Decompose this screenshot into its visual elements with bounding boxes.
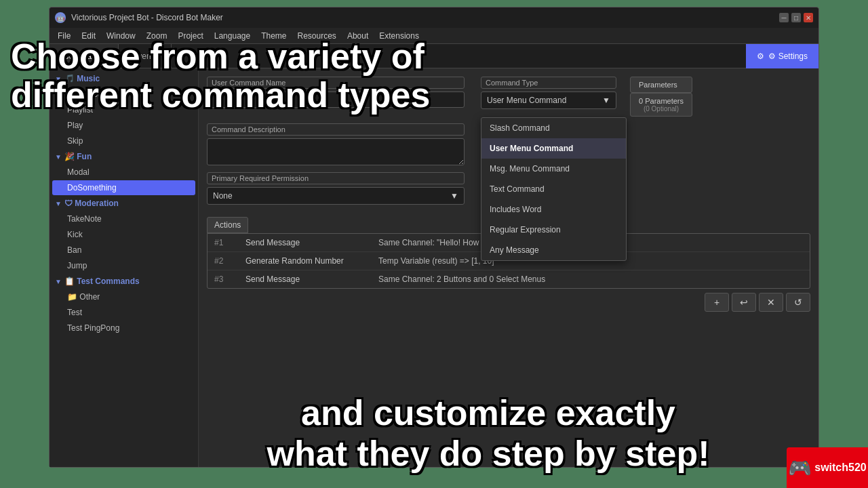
action-buttons: + ↩ ✕ ↺ [207,293,810,312]
action-type-2: Generate Random Number [245,256,368,266]
action-num-1: #1 [214,238,235,247]
action-type-1: Send Message [245,238,368,247]
main-content: Commands Events ⚙ ⚙ Settings ▼ 🎵 Music J… [50,44,818,467]
sidebar-item-test[interactable]: Test [52,305,195,320]
sidebar-item-takenote[interactable]: TakeNote [52,211,195,226]
menu-item-edit[interactable]: Edit [76,30,101,42]
menu-item-project[interactable]: Project [172,30,208,42]
arrow-icon-fun: ▼ [55,153,62,161]
command-desc-group: Command Description [207,123,465,165]
arrow-icon-mod: ▼ [55,200,62,207]
command-type-label: Command Type [481,77,616,89]
menu-item-zoom[interactable]: Zoom [141,30,173,42]
settings-icon: ⚙ [757,52,764,61]
command-type-select[interactable]: User Menu Command ▼ [481,92,616,109]
sidebar-item-ban[interactable]: Ban [52,243,195,258]
actions-label: Actions [207,217,248,233]
sidebar-group-testcommands-label: 📋 Test Commands [64,277,140,286]
menu-item-file[interactable]: File [52,30,76,42]
delete-action-button[interactable]: ✕ [759,293,783,312]
sidebar-item-other[interactable]: 📁 Other [52,289,195,304]
dropdown-slash-command[interactable]: Slash Command [481,118,626,138]
switch-badge-text: switch520 [814,462,866,474]
window-title: Victorious Project Bot - Discord Bot Mak… [71,13,779,22]
title-bar: 🤖 Victorious Project Bot - Discord Bot M… [50,7,818,28]
sidebar-item-jump[interactable]: Jump [52,258,195,273]
permission-group: Primary Required Permission None ▼ [207,172,465,205]
arrow-icon-test: ▼ [55,278,62,285]
right-panel: User Command Name Command Type User Menu… [199,68,818,467]
menu-item-window[interactable]: Window [101,30,141,42]
refresh-action-button[interactable]: ↺ [786,293,810,312]
switch-badge: 🎮 switch520 [787,447,868,488]
arrow-icon: ▼ [55,75,62,83]
chevron-down-icon: ▼ [602,96,610,105]
dropdown-includes-word[interactable]: Includes Word [481,199,626,220]
sidebar-group-testcommands[interactable]: ▼ 📋 Test Commands [50,274,198,289]
undo-action-button[interactable]: ↩ [732,293,756,312]
tab-events[interactable]: Events [119,44,172,68]
sidebar-item-testpingpong[interactable]: Test PingPong [52,321,195,336]
dropdown-text-command[interactable]: Text Command [481,179,626,199]
sidebar-item-kick[interactable]: Kick [52,227,195,242]
content-area: ▼ 🎵 Music JoinVoice Playlist Play Skip ▼… [50,68,818,467]
sidebar-item-play[interactable]: Play [52,118,195,133]
user-command-name-input[interactable] [207,92,465,108]
parameters-group: Parameters 0 Parameters (0 Optional) [630,77,692,117]
sidebar-item-skip[interactable]: Skip [52,134,195,148]
tab-commands[interactable]: Commands [50,44,119,68]
sidebar-group-music[interactable]: ▼ 🎵 Music [50,71,198,86]
param-count-label: 0 Parameters [639,97,684,105]
close-button[interactable]: ✕ [804,13,813,22]
command-desc-input[interactable] [207,138,465,165]
action-detail-3: Same Channel: 2 Buttons and 0 Select Men… [378,274,803,284]
form-row-1: User Command Name Command Type User Menu… [207,77,810,117]
sidebar-item-playlist[interactable]: Playlist [52,102,195,117]
dropdown-any-message[interactable]: Any Message [481,240,626,260]
top-area: Commands Events ⚙ ⚙ Settings ▼ 🎵 Music J… [50,44,818,467]
sidebar-group-music-label: 🎵 Music [64,74,100,83]
sidebar-group-moderation[interactable]: ▼ 🛡 Moderation [50,196,198,211]
sidebar-group-moderation-label: 🛡 Moderation [64,199,119,208]
tabs-bar: Commands Events ⚙ ⚙ Settings [50,44,818,68]
permission-value: None [213,191,233,201]
sidebar-item-joinvoice[interactable]: JoinVoice [52,87,195,102]
permission-select[interactable]: None ▼ [207,187,465,205]
sidebar-item-modal[interactable]: Modal [52,165,195,180]
sidebar-group-fun-label: 🎉 Fun [64,152,92,161]
maximize-button[interactable]: □ [791,13,801,22]
action-num-2: #2 [214,256,235,266]
menu-item-resources[interactable]: Resources [292,30,342,42]
action-type-3: Send Message [245,274,368,284]
minimize-button[interactable]: ─ [779,13,789,22]
dropdown-user-menu-command[interactable]: User Menu Command [481,138,626,159]
command-type-value: User Menu Command [487,96,566,105]
command-type-dropdown: Slash Command User Menu Command Msg. Men… [481,117,627,261]
permission-label: Primary Required Permission [207,172,465,184]
add-action-button[interactable]: + [705,293,729,312]
settings-tab[interactable]: ⚙ ⚙ Settings [746,44,818,68]
sidebar-item-dosomething[interactable]: DoSomething [52,180,195,195]
command-desc-label: Command Description [207,123,465,136]
user-command-name-group: User Command Name [207,77,465,108]
param-optional-label: (0 Optional) [639,105,684,113]
table-row: #3 Send Message Same Channel: 2 Buttons … [208,270,810,288]
sidebar: ▼ 🎵 Music JoinVoice Playlist Play Skip ▼… [50,68,199,467]
user-command-name-label: User Command Name [207,77,465,89]
switch-logo-icon: 🎮 [788,457,812,479]
window-controls: ─ □ ✕ [779,13,813,22]
menu-item-language[interactable]: Language [209,30,256,42]
chevron-down-icon-3: ▼ [450,191,458,201]
action-num-3: #3 [214,274,235,284]
menu-item-theme[interactable]: Theme [256,30,292,42]
dropdown-msg-menu-command[interactable]: Msg. Menu Command [481,159,626,179]
parameters-button[interactable]: Parameters [630,77,692,93]
command-type-group: Command Type User Menu Command ▼ Slash C… [481,77,616,109]
sidebar-group-fun[interactable]: ▼ 🎉 Fun [50,149,198,164]
menu-bar: FileEditWindowZoomProjectLanguageThemeRe… [50,28,818,44]
app-icon: 🤖 [55,12,66,23]
menu-item-about[interactable]: About [342,30,374,42]
dropdown-regular-expression[interactable]: Regular Expression [481,220,626,240]
menu-item-extensions[interactable]: Extensions [374,30,425,42]
settings-label: ⚙ Settings [768,52,808,61]
